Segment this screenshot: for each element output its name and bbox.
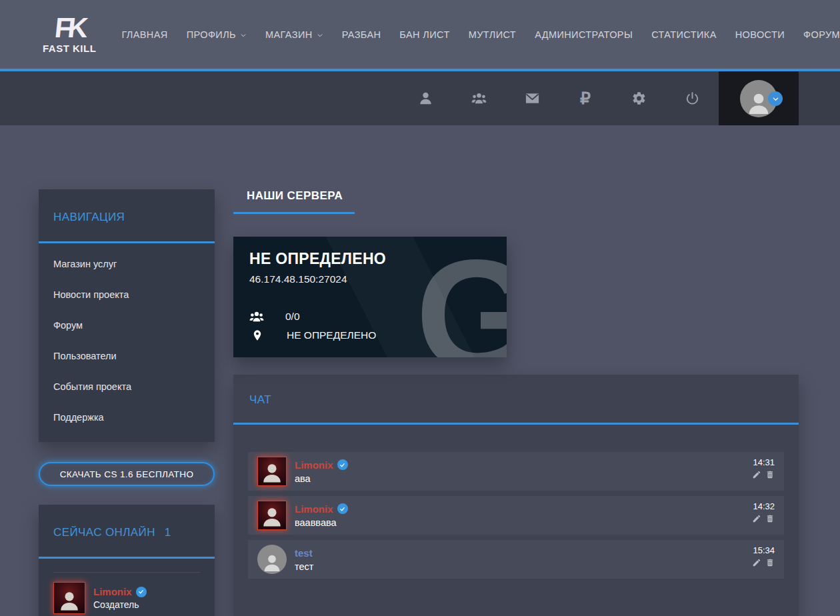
server-map-row: НЕ ОПРЕДЕЛЕНО — [249, 328, 491, 343]
nav-item[interactable]: СТАТИСТИКА — [651, 29, 717, 40]
nav-item[interactable]: ПРОФИЛЬ — [187, 29, 247, 40]
delete-icon[interactable] — [765, 558, 775, 567]
nav-item-label: ГЛАВНАЯ — [121, 29, 167, 40]
location-icon — [251, 328, 263, 343]
user-avatar — [257, 501, 287, 530]
chat-author-name[interactable]: test — [295, 547, 313, 559]
user-avatar — [257, 457, 287, 486]
nav-item[interactable]: АДМИНИСТРАТОРЫ — [535, 29, 633, 40]
sidebar: НАВИГАЦИЯ Магазин услуг Новости проекта … — [39, 189, 215, 616]
user-toolbar: ₽ — [0, 71, 840, 125]
nav-item-label: НОВОСТИ — [735, 29, 785, 40]
main-content: НАШИ СЕРВЕРА G НЕ ОПРЕДЕЛЕНО 46.174.48.1… — [233, 189, 799, 616]
user-avatar — [53, 582, 85, 614]
chat-author-name[interactable]: Limonix — [295, 503, 333, 515]
chat-message-text: ава — [295, 473, 348, 484]
chat-message: Limonix вааввава 14:32 — [248, 496, 784, 535]
user-silhouette-icon — [260, 461, 284, 485]
edit-icon[interactable] — [752, 470, 761, 479]
nav-item-label: БАН ЛИСТ — [399, 29, 449, 40]
nav-item[interactable]: ФОРУМ — [803, 29, 840, 40]
chevron-down-icon — [240, 32, 247, 39]
nav-item[interactable]: НОВОСТИ — [735, 29, 785, 40]
nav-item[interactable]: МАГАЗИН — [265, 29, 323, 40]
user-silhouette-icon — [260, 505, 284, 529]
server-address: 46.174.48.150:27024 — [249, 273, 491, 285]
players-icon — [249, 309, 264, 324]
edit-icon[interactable] — [752, 514, 761, 523]
nav-item-label: АДМИНИСТРАТОРЫ — [535, 29, 633, 40]
online-panel-title: СЕЙЧАС ОНЛАЙН — [53, 526, 155, 539]
chat-message-time: 14:31 — [752, 457, 775, 467]
users-icon — [471, 91, 487, 106]
user-silhouette-icon — [57, 589, 81, 613]
online-user-entry[interactable]: Limonix Создатель — [53, 572, 200, 614]
navigation-panel: НАВИГАЦИЯ Магазин услуг Новости проекта … — [39, 189, 215, 442]
gear-icon — [631, 91, 647, 106]
power-icon — [685, 91, 700, 106]
page-body: НАВИГАЦИЯ Магазин услуг Новости проекта … — [0, 125, 840, 616]
chat-panel: ЧАТ Limonix ава 14:31 — [233, 375, 799, 616]
sidebar-nav-item[interactable]: Пользователи — [39, 341, 215, 371]
top-navbar: FK FAST KILL ГЛАВНАЯ ПРОФИЛЬ МАГАЗИН РАЗ… — [0, 0, 840, 71]
user-silhouette-icon — [261, 553, 283, 574]
navigation-list: Магазин услуг Новости проекта Форум Поль… — [39, 243, 215, 442]
chat-message: test тест 15:34 — [248, 540, 784, 579]
sidebar-nav-item[interactable]: События проекта — [39, 371, 215, 402]
server-stats: 0/0 НЕ ОПРЕДЕЛЕНО — [249, 309, 491, 343]
delete-icon[interactable] — [765, 470, 775, 479]
download-cs-button[interactable]: СКАЧАТЬ CS 1.6 БЕСПЛАТНО — [39, 462, 215, 486]
sidebar-nav-item[interactable]: Поддержка — [39, 402, 215, 433]
nav-item[interactable]: ГЛАВНАЯ — [121, 29, 167, 40]
settings-button[interactable] — [612, 71, 665, 125]
sidebar-nav-item[interactable]: Магазин услуг — [39, 249, 215, 279]
chat-message-text: вааввава — [295, 517, 348, 528]
online-user-role: Создатель — [93, 599, 147, 610]
brand-monogram: FK — [40, 15, 99, 41]
envelope-icon — [525, 91, 540, 106]
verified-badge-icon — [136, 587, 147, 597]
nav-item-label: МУТЛИСТ — [469, 29, 516, 40]
chevron-down-icon — [317, 32, 323, 39]
online-user-name[interactable]: Limonix — [93, 586, 132, 597]
nav-item-label: РАЗБАН — [342, 29, 381, 40]
online-panel-header: СЕЙЧАС ОНЛАЙН 1 — [39, 505, 215, 557]
chat-message-time: 14:32 — [752, 501, 775, 511]
ruble-icon: ₽ — [580, 90, 591, 107]
chevron-down-icon — [772, 95, 779, 103]
online-users-list: Limonix Создатель — [39, 559, 215, 616]
server-map: НЕ ОПРЕДЕЛЕНО — [287, 329, 376, 341]
server-players: 0/0 — [285, 311, 300, 323]
chat-messages-list: Limonix ава 14:31 Limonix ваа — [233, 425, 799, 604]
account-menu[interactable] — [719, 71, 799, 125]
tab-active-indicator — [233, 212, 355, 214]
nav-item[interactable]: МУТЛИСТ — [469, 29, 516, 40]
nav-item[interactable]: БАН ЛИСТ — [399, 29, 449, 40]
tab-our-servers[interactable]: НАШИ СЕРВЕРА — [233, 189, 356, 214]
chat-message-time: 15:34 — [752, 545, 775, 555]
server-name: НЕ ОПРЕДЕЛЕНО — [249, 250, 491, 268]
profile-button[interactable] — [399, 71, 452, 125]
user-avatar — [257, 545, 287, 574]
account-dropdown-badge[interactable] — [768, 91, 783, 106]
brand-logo[interactable]: FK FAST KILL — [41, 15, 97, 54]
delete-icon[interactable] — [765, 514, 775, 523]
friends-button[interactable] — [452, 71, 505, 125]
server-players-row: 0/0 — [249, 309, 491, 324]
chat-author-name[interactable]: Limonix — [295, 459, 333, 471]
sidebar-nav-item[interactable]: Форум — [39, 310, 215, 341]
edit-icon[interactable] — [752, 558, 761, 567]
online-count: 1 — [165, 526, 171, 539]
nav-item[interactable]: РАЗБАН — [342, 29, 381, 40]
main-menu: ГЛАВНАЯ ПРОФИЛЬ МАГАЗИН РАЗБАН БАН ЛИСТ … — [121, 29, 840, 40]
server-card[interactable]: G НЕ ОПРЕДЕЛЕНО 46.174.48.150:27024 0/0 … — [233, 237, 507, 357]
verified-badge-icon — [337, 503, 348, 514]
messages-button[interactable] — [505, 71, 559, 125]
logout-button[interactable] — [665, 71, 719, 125]
tab-label: НАШИ СЕРВЕРА — [233, 189, 356, 212]
user-silhouette-icon — [745, 91, 772, 117]
brand-name: FAST KILL — [41, 43, 97, 54]
sidebar-nav-item[interactable]: Новости проекта — [39, 279, 215, 310]
balance-button[interactable]: ₽ — [559, 71, 612, 125]
nav-item-label: ФОРУМ — [803, 29, 840, 40]
